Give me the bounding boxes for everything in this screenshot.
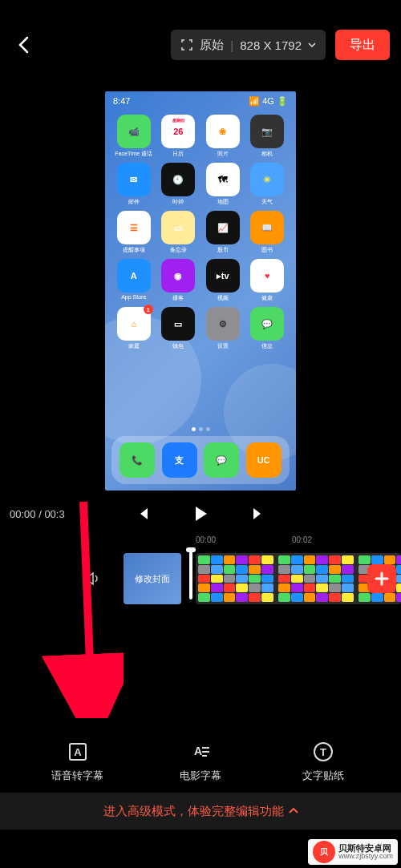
add-clip-button[interactable] xyxy=(367,564,396,593)
speaker-icon xyxy=(83,570,101,587)
bottom-toolbar: A 语音转字幕 A 电影字幕 T 文字贴纸 xyxy=(0,730,401,793)
movie-subtitle-icon: A xyxy=(188,740,213,764)
phone-screenshot: 8:47 📶 4G 🔋 📹FaceTime 通话星期四26日历❀照片📷相机✉邮件… xyxy=(105,91,296,491)
svg-text:A: A xyxy=(194,745,202,757)
prev-button[interactable] xyxy=(133,504,152,523)
chevron-up-icon xyxy=(289,808,298,814)
phone-signal: 📶 4G 🔋 xyxy=(249,96,288,107)
playback-controls: 00:00 / 00:3 xyxy=(0,495,401,532)
watermark: 贝 贝斯特安卓网 www.zjbstyy.com xyxy=(308,839,398,865)
svg-text:A: A xyxy=(74,746,82,758)
plus-icon xyxy=(374,571,390,587)
resolution-selector[interactable]: 原始 | 828 X 1792 xyxy=(171,30,326,60)
chevron-down-icon xyxy=(308,42,316,47)
voice-subtitle-icon: A xyxy=(66,740,90,764)
top-toolbar: 原始 | 828 X 1792 导出 xyxy=(0,0,401,90)
play-button[interactable] xyxy=(191,504,210,523)
playhead[interactable] xyxy=(189,550,192,600)
chevron-left-icon xyxy=(18,36,29,54)
back-button[interactable] xyxy=(11,33,35,57)
tab-text-sticker[interactable]: T 文字贴纸 xyxy=(283,740,363,783)
skip-next-icon xyxy=(251,507,265,521)
export-button[interactable]: 导出 xyxy=(335,30,390,60)
mute-button[interactable] xyxy=(79,565,106,592)
text-sticker-icon: T xyxy=(311,740,335,764)
watermark-logo-icon: 贝 xyxy=(313,841,335,863)
advanced-mode-button[interactable]: 进入高级模式，体验完整编辑功能 xyxy=(0,793,401,830)
skip-prev-icon xyxy=(136,507,150,521)
time-ruler: 00:00 00:02 xyxy=(0,535,401,550)
phone-time: 8:47 xyxy=(113,96,130,107)
video-preview[interactable]: 8:47 📶 4G 🔋 📹FaceTime 通话星期四26日历❀照片📷相机✉邮件… xyxy=(0,90,401,495)
svg-text:T: T xyxy=(320,746,326,758)
play-icon xyxy=(192,505,209,523)
timeline[interactable]: 00:00 00:02 修改封面 xyxy=(0,532,401,628)
time-display: 00:00 / 00:3 xyxy=(10,508,65,520)
original-label: 原始 xyxy=(200,38,224,53)
dimensions-label: 828 X 1792 xyxy=(240,38,302,52)
tab-voice-subtitle[interactable]: A 语音转字幕 xyxy=(38,740,118,783)
next-button[interactable] xyxy=(249,504,268,523)
cover-thumbnail[interactable]: 修改封面 xyxy=(124,553,181,604)
tab-movie-subtitle[interactable]: A 电影字幕 xyxy=(160,740,241,783)
aspect-ratio-icon xyxy=(180,38,193,51)
